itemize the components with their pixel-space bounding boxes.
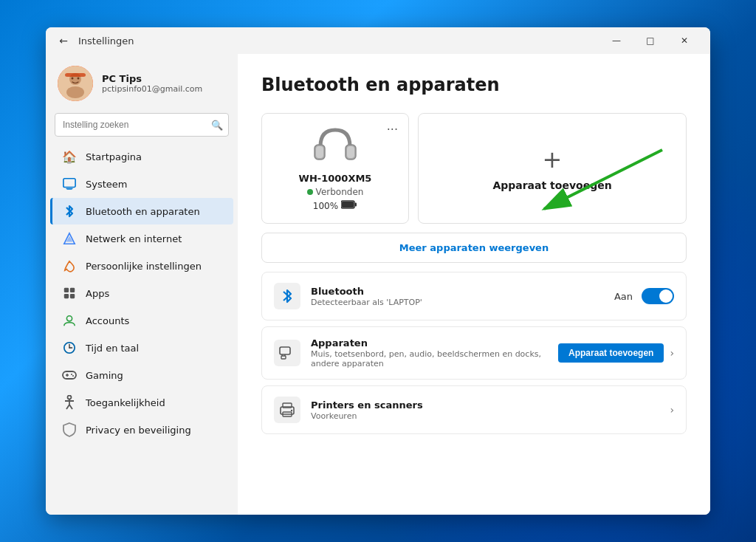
svg-rect-35	[342, 202, 354, 207]
add-device-label: Apparaat toevoegen	[492, 179, 611, 191]
maximize-button[interactable]: □	[633, 29, 667, 52]
bluetooth-state-label: Aan	[614, 291, 633, 302]
window-controls: — □ ✕	[599, 29, 701, 52]
apparaten-setting-row[interactable]: Apparaten Muis, toetsenbord, pen, audio,…	[261, 326, 687, 380]
search-box: 🔍	[55, 113, 229, 137]
svg-rect-11	[64, 288, 69, 292]
devices-row: ··· WH-1000XM5	[261, 113, 687, 224]
sidebar-item-apps[interactable]: Apps	[50, 280, 233, 306]
apparaten-row-right: Apparaat toevoegen ›	[558, 343, 674, 363]
svg-rect-6	[63, 179, 75, 188]
sidebar-item-tijd[interactable]: Tijd en taal	[50, 335, 233, 361]
sidebar-item-gaming[interactable]: Gaming	[50, 362, 233, 388]
add-device-card[interactable]: + Apparaat toevoegen	[418, 113, 687, 224]
minimize-button[interactable]: —	[599, 29, 633, 52]
printers-row-title: Printers en scanners	[311, 399, 659, 411]
battery-icon	[341, 200, 357, 211]
sidebar: PC Tips pctipsinfo01@gmail.com 🔍 🏠 Start…	[46, 54, 238, 515]
page-title: Bluetooth en apparaten	[261, 75, 687, 95]
user-email: pctipsinfo01@gmail.com	[102, 84, 226, 94]
paint-icon	[62, 258, 77, 273]
printers-row-content: Printers en scanners Voorkeuren	[311, 399, 659, 421]
bluetooth-toggle[interactable]	[642, 288, 674, 304]
svg-rect-36	[355, 203, 357, 207]
svg-point-4	[78, 78, 80, 80]
accessibility-icon	[62, 395, 77, 410]
add-plus-icon: +	[543, 145, 563, 174]
device-menu-dots[interactable]: ···	[384, 121, 401, 138]
chevron-right-icon: ›	[670, 404, 674, 416]
printers-setting-row[interactable]: Printers en scanners Voorkeuren ›	[261, 385, 687, 434]
device-status: Verbonden	[274, 187, 396, 197]
gaming-icon	[62, 368, 77, 383]
sidebar-item-label: Tijd en taal	[86, 343, 139, 354]
apparaten-row-title: Apparaten	[311, 337, 548, 349]
user-profile[interactable]: PC Tips pctipsinfo01@gmail.com	[46, 54, 238, 110]
svg-point-2	[66, 86, 84, 98]
sidebar-item-bluetooth[interactable]: Bluetooth en apparaten	[50, 198, 233, 224]
device-battery: 100%	[274, 200, 396, 211]
svg-point-23	[71, 374, 72, 375]
network-icon	[62, 231, 77, 246]
user-info: PC Tips pctipsinfo01@gmail.com	[102, 73, 226, 94]
sidebar-item-label: Privacy en beveiliging	[86, 425, 191, 436]
svg-rect-13	[64, 294, 69, 298]
nav-list: 🏠 Startpagina Systeem Bluetooth en appar…	[46, 143, 238, 444]
meer-link[interactable]: Meer apparaten weergeven	[261, 233, 687, 263]
svg-line-29	[69, 405, 72, 409]
bluetooth-icon	[62, 204, 77, 219]
sidebar-item-label: Toegankelijkheid	[86, 397, 165, 408]
main-layout: PC Tips pctipsinfo01@gmail.com 🔍 🏠 Start…	[46, 54, 710, 515]
bluetooth-row-right: Aan	[614, 288, 674, 304]
bluetooth-row-subtitle: Detecteerbaar als 'LAPTOP'	[311, 298, 604, 307]
printers-row-subtitle: Voorkeuren	[311, 411, 659, 421]
sidebar-item-persoonlijk[interactable]: Persoonlijke instellingen	[50, 253, 233, 279]
home-icon: 🏠	[62, 149, 77, 164]
avatar	[58, 66, 93, 101]
apparaten-row-subtitle: Muis, toetsenbord, pen, audio, beeldsche…	[311, 349, 548, 368]
svg-line-28	[66, 405, 69, 409]
bluetooth-setting-row[interactable]: Bluetooth Detecteerbaar als 'LAPTOP' Aan	[261, 272, 687, 320]
settings-window: ← Instellingen — □ ✕	[46, 27, 710, 515]
apps-icon	[62, 286, 77, 301]
device-name: WH-1000XM5	[274, 173, 396, 184]
svg-rect-12	[70, 288, 75, 292]
sidebar-item-netwerk[interactable]: Netwerk en internet	[50, 225, 233, 252]
svg-point-3	[72, 78, 74, 80]
svg-point-25	[68, 396, 72, 399]
sidebar-item-startpagina[interactable]: 🏠 Startpagina	[50, 143, 233, 170]
sidebar-item-accounts[interactable]: Accounts	[50, 307, 233, 334]
sidebar-item-label: Gaming	[86, 370, 123, 381]
svg-rect-20	[63, 371, 76, 379]
close-button[interactable]: ✕	[667, 29, 701, 52]
svg-point-44	[291, 410, 292, 411]
chevron-right-icon: ›	[670, 347, 674, 359]
back-button[interactable]: ←	[55, 32, 72, 49]
printers-row-icon	[274, 397, 300, 423]
svg-rect-5	[65, 73, 86, 77]
sidebar-item-systeem[interactable]: Systeem	[50, 171, 233, 197]
device-card-headphones[interactable]: ··· WH-1000XM5	[261, 113, 409, 224]
search-input[interactable]	[55, 113, 229, 137]
svg-point-24	[72, 375, 74, 377]
user-name: PC Tips	[102, 73, 226, 84]
sidebar-item-label: Systeem	[86, 179, 127, 190]
apparaten-add-button[interactable]: Apparaat toevoegen	[558, 343, 664, 363]
bluetooth-row-icon	[274, 283, 300, 309]
window-title: Instellingen	[78, 35, 599, 47]
sidebar-item-privacy[interactable]: Privacy en beveiliging	[50, 416, 233, 443]
printers-row-right: ›	[670, 404, 674, 416]
sidebar-item-label: Accounts	[86, 315, 129, 326]
svg-rect-14	[70, 294, 75, 298]
svg-point-15	[66, 316, 72, 321]
svg-rect-38	[281, 356, 286, 359]
shield-icon	[62, 422, 77, 437]
svg-rect-33	[347, 146, 354, 158]
sidebar-item-toegankelijkheid[interactable]: Toegankelijkheid	[50, 389, 233, 416]
titlebar: ← Instellingen — □ ✕	[46, 27, 710, 54]
sidebar-item-label: Netwerk en internet	[86, 233, 182, 244]
svg-rect-32	[316, 146, 323, 158]
sidebar-item-label: Startpagina	[86, 151, 142, 162]
apparaten-row-icon	[274, 340, 300, 366]
search-icon: 🔍	[211, 120, 223, 131]
